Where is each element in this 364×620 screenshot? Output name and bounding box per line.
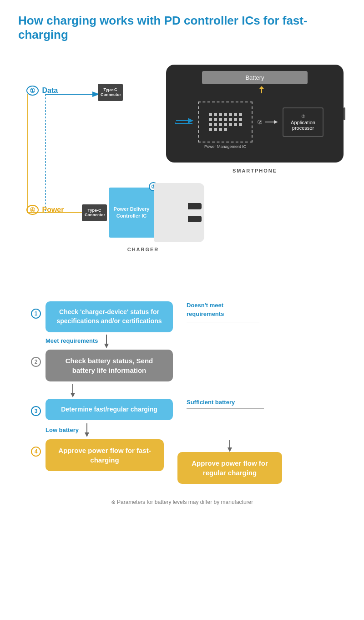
typec-connector-phone: Type-C Connector: [98, 84, 123, 101]
application-processor: ② Application processor: [283, 107, 324, 137]
step3-num-wrap: 3: [18, 399, 41, 416]
diagram-section: ① Data ④ Power Type-C Connector Battery: [18, 56, 346, 283]
flowchart-section: 1 Check 'charger-device' status for spec…: [18, 301, 346, 506]
data-label: ① Data: [26, 86, 58, 95]
sufficient-label: Sufficient battery: [187, 399, 235, 406]
step2-arrow-row: [68, 381, 346, 399]
step4b-wrap: Approve power flow for regular charging: [177, 439, 282, 484]
pd-ic-box: ③ Power Delivery Controller IC: [109, 188, 154, 238]
down-arrow-1-icon: [102, 334, 111, 348]
svg-marker-14: [85, 432, 89, 437]
low-battery-label: Low battery: [46, 427, 79, 433]
step1-circle: 1: [31, 309, 41, 319]
battery-arrow-icon: [258, 86, 265, 94]
charger: Type-C Connector ③ Power Delivery Contro…: [82, 183, 204, 242]
step3-content: Determine fast/regular charging Sufficie…: [46, 399, 346, 421]
smartphone-inner: Power Management IC ② ② Application proc: [173, 102, 336, 142]
step1-num-wrap: 1: [18, 301, 41, 319]
pmic-box: Power Management IC: [198, 102, 253, 142]
step3-box: Determine fast/regular charging: [46, 399, 173, 421]
plug-prong-top: [188, 203, 202, 209]
footnote-row: ※ Parameters for battery levels may diff…: [18, 498, 346, 506]
lr-arrows-icon: [175, 117, 193, 127]
svg-marker-5: [259, 86, 264, 89]
step2-circle: 2: [31, 357, 41, 367]
pmic-ap-arrow-icon: [264, 119, 278, 125]
svg-marker-10: [104, 344, 109, 348]
step1-row: 1 Check 'charger-device' status for spec…: [18, 301, 346, 332]
step4-boxes: Approve power flow for fast-charging App…: [46, 439, 282, 484]
main-title: How charging works with PD controller IC…: [18, 14, 346, 42]
smartphone: Battery: [166, 65, 344, 163]
battery-bar: Battery: [202, 71, 308, 84]
step3-arrow-row: Low battery: [46, 420, 346, 439]
step2-diag-label: ②: [257, 119, 263, 126]
phone-side-button: [344, 107, 345, 120]
step4-badge: ④: [26, 205, 39, 215]
step3-circle: 3: [31, 406, 41, 416]
down-arrow-4b-icon: [225, 439, 234, 452]
svg-marker-12: [71, 393, 75, 397]
step2-row: 2 Check battery status, Send battery lif…: [18, 350, 346, 381]
step4-row: 4 Approve power flow for fast-charging A…: [18, 439, 346, 484]
doesnt-meet-col: Doesn't meet requirements: [187, 301, 259, 322]
sufficient-col: Sufficient battery: [187, 399, 264, 409]
svg-marker-16: [228, 447, 232, 452]
step3-row: 3 Determine fast/regular charging Suffic…: [18, 399, 346, 421]
footnote-text: ※ Parameters for battery levels may diff…: [111, 499, 253, 505]
step1-content: Check 'charger-device' status for specif…: [46, 301, 346, 332]
typec-connector-charger: Type-C Connector: [82, 204, 107, 222]
plug-prong-bottom: [188, 216, 202, 222]
down-arrow-2-icon: [68, 383, 77, 397]
step2-content: Check battery status, Send battery life …: [46, 350, 173, 381]
charger-white-body: [154, 183, 204, 242]
step4-num-wrap: 4: [18, 439, 41, 457]
charger-label: CHARGER: [127, 247, 159, 252]
step1-arrow-row: Meet requirements: [46, 332, 346, 350]
step2-num-wrap: 2: [18, 350, 41, 367]
step4b-box: Approve power flow for regular charging: [177, 452, 282, 484]
step2-box: Check battery status, Send battery life …: [46, 350, 173, 381]
pmic-dots: [209, 113, 242, 131]
charger-body: Type-C Connector ③ Power Delivery Contro…: [82, 183, 204, 242]
pmic-label: Power Management IC: [204, 144, 246, 149]
step4a-box: Approve power flow for fast-charging: [46, 439, 164, 471]
step4-circle: 4: [31, 447, 41, 457]
meet-requirements-label: Meet requirements: [46, 337, 98, 344]
doesnt-meet-label: Doesn't meet requirements: [187, 301, 259, 318]
step1-box: Check 'charger-device' status for specif…: [46, 301, 173, 332]
down-arrow-3-icon: [82, 422, 91, 437]
page-container: How charging works with PD controller IC…: [0, 0, 364, 519]
power-label: ④ Power: [26, 206, 64, 214]
smartphone-label: SMARTPHONE: [233, 168, 277, 173]
step1-badge: ①: [26, 86, 39, 96]
step2-ap-badge: ②: [287, 114, 319, 119]
